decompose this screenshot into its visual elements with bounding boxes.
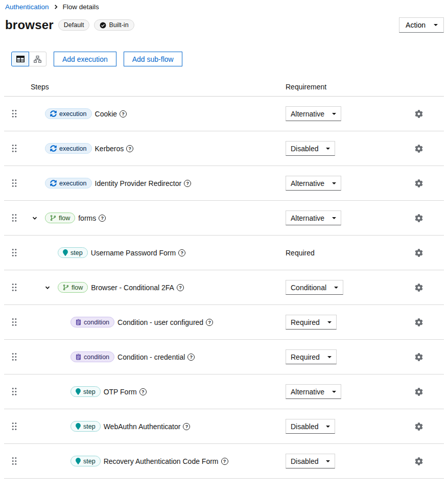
row-settings-button[interactable] (413, 456, 425, 467)
settings-cell (413, 143, 444, 154)
help-icon[interactable] (206, 319, 213, 326)
step-label: Recovery Authentication Code Form (104, 457, 219, 465)
row-settings-button[interactable] (413, 213, 425, 224)
settings-cell (413, 282, 444, 293)
help-icon[interactable] (178, 249, 185, 256)
drag-handle[interactable] (4, 457, 25, 465)
drag-handle[interactable] (4, 179, 25, 187)
chevron-down-icon (44, 285, 51, 291)
diagram-view-toggle[interactable] (29, 52, 46, 66)
table-row: executionCookieAlternative (4, 97, 444, 131)
drag-handle[interactable] (4, 422, 25, 431)
requirement-select[interactable]: Required (286, 315, 337, 330)
step-label: WebAuthn Authenticator (104, 422, 181, 431)
sync-icon (50, 110, 57, 117)
help-icon[interactable] (187, 354, 195, 361)
diagram-icon (34, 56, 41, 63)
row-settings-button[interactable] (413, 351, 425, 363)
grip-vertical-icon (12, 179, 17, 187)
map-marker-icon (76, 423, 81, 430)
table-row: stepUsername Password FormRequired (4, 236, 444, 270)
help-icon[interactable] (120, 110, 127, 118)
badge-label: step (70, 249, 83, 256)
row-settings-button[interactable] (413, 108, 425, 120)
row-settings-button[interactable] (413, 421, 425, 432)
step-label: OTP Form (104, 388, 137, 396)
table-row: flowBrowser - Conditional 2FAConditional (4, 270, 444, 305)
requirement-select[interactable]: Alternative (286, 176, 341, 191)
requirement-select[interactable]: Disabled (286, 141, 335, 156)
requirement-select[interactable]: Disabled (286, 419, 335, 434)
row-settings-button[interactable] (413, 143, 425, 154)
step-label: forms (78, 214, 96, 222)
settings-cell (413, 317, 444, 328)
settings-cell (413, 421, 444, 432)
drag-handle[interactable] (4, 109, 25, 118)
step-label: Username Password Form (91, 249, 176, 257)
drag-handle[interactable] (4, 283, 25, 292)
gear-icon (415, 353, 423, 361)
view-toggle-group (11, 52, 46, 66)
drag-handle[interactable] (4, 144, 25, 153)
requirement-select[interactable]: Alternative (286, 106, 341, 121)
requirement-select[interactable]: Alternative (286, 384, 341, 399)
add-subflow-button[interactable]: Add sub-flow (124, 52, 182, 66)
row-steps-cell: executionCookie (25, 108, 286, 119)
drag-handle[interactable] (4, 214, 25, 222)
sync-icon (50, 180, 57, 186)
branch-icon (63, 284, 69, 291)
settings-cell (413, 456, 444, 467)
collapse-toggle-button[interactable] (43, 285, 52, 291)
action-dropdown-label: Action (406, 21, 426, 29)
table-view-toggle[interactable] (11, 52, 29, 66)
gear-icon (415, 284, 423, 292)
drag-handle[interactable] (4, 248, 25, 257)
caret-down-icon (326, 426, 330, 428)
drag-handle[interactable] (4, 353, 25, 361)
row-settings-button[interactable] (413, 386, 425, 397)
requirement-select[interactable]: Disabled (286, 454, 335, 468)
gear-icon (415, 145, 423, 153)
gear-icon (415, 249, 423, 257)
caret-down-icon (332, 182, 336, 184)
drag-handle[interactable] (4, 387, 25, 396)
step-label: Condition - credential (117, 353, 185, 361)
requirement-value: Alternative (291, 214, 324, 222)
help-icon[interactable] (177, 284, 184, 291)
help-icon[interactable] (183, 423, 190, 430)
grip-vertical-icon (12, 283, 17, 292)
drag-handle[interactable] (4, 318, 25, 326)
condition-badge: condition (70, 317, 114, 327)
table-row: stepWebAuthn AuthenticatorDisabled (4, 409, 444, 444)
requirement-cell: Required (286, 249, 413, 257)
add-execution-button[interactable]: Add execution (54, 52, 116, 66)
row-settings-button[interactable] (413, 282, 425, 293)
requirement-select[interactable]: Alternative (286, 210, 341, 225)
requirement-value: Disabled (291, 457, 318, 465)
requirement-cell: Disabled (286, 454, 413, 468)
table-row: stepOTP FormAlternative (4, 374, 444, 409)
badge-label: flow (59, 215, 70, 222)
help-icon[interactable] (126, 145, 133, 152)
help-icon[interactable] (139, 388, 147, 395)
row-settings-button[interactable] (413, 247, 425, 259)
default-badge-label: Default (64, 21, 84, 29)
help-icon[interactable] (221, 458, 228, 465)
requirement-select[interactable]: Required (286, 349, 337, 364)
requirement-select[interactable]: Conditional (286, 280, 343, 295)
row-settings-button[interactable] (413, 317, 425, 328)
settings-cell (413, 213, 444, 224)
row-steps-cell: flowBrowser - Conditional 2FA (25, 282, 286, 293)
collapse-toggle-button[interactable] (31, 215, 39, 221)
action-dropdown[interactable]: Action (399, 17, 444, 33)
help-icon[interactable] (99, 215, 106, 222)
execution-badge: execution (45, 108, 92, 119)
sync-icon (50, 145, 57, 152)
caret-down-icon (326, 460, 330, 462)
help-icon[interactable] (184, 180, 191, 187)
row-settings-button[interactable] (413, 178, 425, 189)
caret-down-icon (327, 321, 332, 323)
breadcrumb-authentication-link[interactable]: Authentication (5, 3, 49, 11)
requirement-value: Alternative (291, 110, 324, 118)
gear-icon (415, 457, 423, 465)
